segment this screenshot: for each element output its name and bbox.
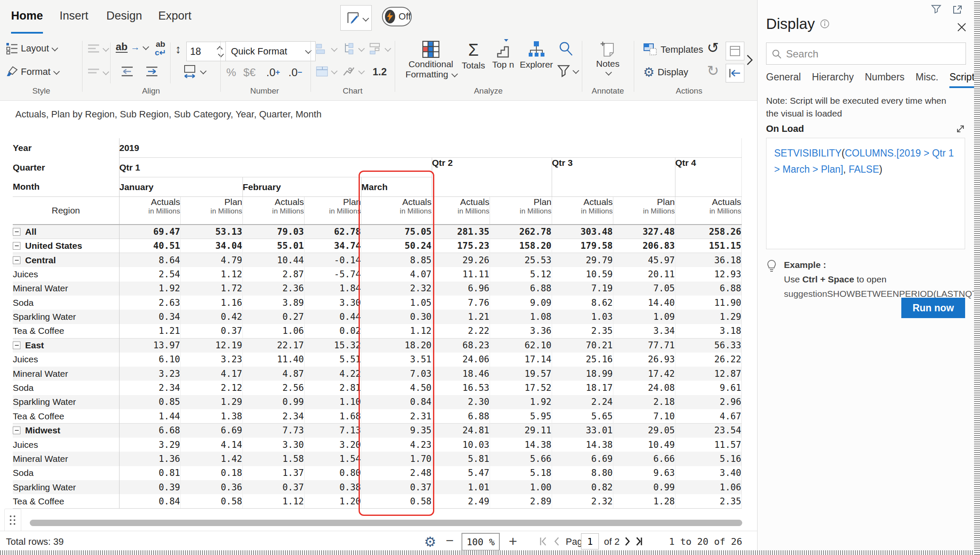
table-cell[interactable]: 158.20 xyxy=(490,239,552,253)
measure-header[interactable]: Actualsin Millions xyxy=(119,197,180,225)
table-cell[interactable]: 1.20 xyxy=(304,494,361,508)
measure-header[interactable]: Actualsin Millions xyxy=(675,197,741,225)
table-cell[interactable]: 8.85 xyxy=(361,253,432,267)
display-button[interactable]: ⚙ Display xyxy=(643,66,688,79)
measure-header[interactable]: Actualsin Millions xyxy=(432,197,490,225)
decrease-indent-button[interactable] xyxy=(120,66,134,77)
table-cell[interactable]: 6.88 xyxy=(675,282,741,296)
table-cell[interactable]: 10.44 xyxy=(242,253,304,267)
table-cell[interactable]: 16.53 xyxy=(432,381,490,395)
table-cell[interactable]: 3.23 xyxy=(180,353,242,367)
panel-tab-numbers[interactable]: Numbers xyxy=(865,71,904,88)
table-cell[interactable]: 262.78 xyxy=(490,225,552,239)
table-cell[interactable]: 17.42 xyxy=(613,367,675,381)
year-value[interactable]: 2019 xyxy=(119,138,741,158)
zoom-out-button[interactable]: − xyxy=(446,533,454,549)
row-label[interactable]: Sparkling Water xyxy=(13,310,119,324)
table-cell[interactable]: 19.57 xyxy=(490,367,552,381)
layout-chart-button[interactable] xyxy=(369,43,390,55)
table-cell[interactable]: 8.62 xyxy=(552,296,613,310)
table-cell[interactable]: 5.12 xyxy=(490,267,552,281)
table-cell[interactable]: 6.88 xyxy=(490,282,552,296)
table-cell[interactable]: 5.51 xyxy=(304,353,361,367)
table-cell[interactable]: 75.05 xyxy=(361,225,432,239)
table-cell[interactable]: 2.31 xyxy=(361,409,432,423)
table-cell[interactable]: 68.23 xyxy=(432,338,490,352)
zoom-level-box[interactable]: 100 % xyxy=(462,533,500,551)
table-cell[interactable]: 29.79 xyxy=(552,253,613,267)
table-cell[interactable]: 1.42 xyxy=(180,452,242,466)
decrease-decimal-button[interactable]: .0− xyxy=(288,66,302,79)
month-header[interactable]: February xyxy=(242,177,361,197)
table-cell[interactable]: 0.58 xyxy=(180,494,242,508)
table-cell[interactable]: 11.40 xyxy=(242,353,304,367)
table-cell[interactable]: 11.11 xyxy=(432,267,490,281)
open-editor-icon[interactable] xyxy=(956,124,965,134)
table-cell[interactable]: 34.04 xyxy=(180,239,242,253)
table-cell[interactable]: 5.95 xyxy=(490,409,552,423)
table-cell[interactable]: 0.39 xyxy=(119,480,180,494)
hierarchy-chart-button[interactable] xyxy=(343,43,363,55)
live-toggle-off[interactable]: Off xyxy=(382,7,412,26)
table-cell[interactable]: 1.10 xyxy=(304,395,361,409)
table-cell[interactable]: 1.01 xyxy=(432,480,490,494)
panel-search-input[interactable] xyxy=(785,43,961,65)
table-cell[interactable]: 0.44 xyxy=(304,310,361,324)
table-cell[interactable]: 3.20 xyxy=(304,438,361,452)
table-cell[interactable]: 5.16 xyxy=(675,452,741,466)
table-cell[interactable]: 6.88 xyxy=(432,409,490,423)
table-cell[interactable]: 3.30 xyxy=(304,296,361,310)
templates-button[interactable]: Templates xyxy=(643,43,703,57)
measure-header[interactable]: Actualsin Millions xyxy=(242,197,304,225)
table-cell[interactable]: 2.35 xyxy=(675,494,741,508)
table-cell[interactable]: 0.84 xyxy=(119,494,180,508)
quick-format-dropdown[interactable]: Quick Format xyxy=(225,41,316,61)
table-cell[interactable]: 29.26 xyxy=(432,253,490,267)
row-label[interactable]: Mineral Water xyxy=(13,367,119,381)
increase-decimal-button[interactable]: .0+ xyxy=(266,66,280,79)
row-label[interactable]: Tea & Coffee xyxy=(13,324,119,338)
table-cell[interactable]: 10.03 xyxy=(432,438,490,452)
table-cell[interactable]: 29.05 xyxy=(613,423,675,437)
table-cell[interactable]: -5.74 xyxy=(304,267,361,281)
table-cell[interactable]: 3.51 xyxy=(361,353,432,367)
table-cell[interactable]: 0.38 xyxy=(304,480,361,494)
table-cell[interactable]: 40.51 xyxy=(119,239,180,253)
script-code-editor[interactable]: SETVISIBILITY(COLUMNS.[2019 > Qtr 1 > Ma… xyxy=(766,138,965,249)
back-action-button[interactable] xyxy=(726,64,744,83)
table-cell[interactable]: 53.13 xyxy=(180,225,242,239)
align-vertical-button[interactable] xyxy=(87,67,108,78)
table-cell[interactable]: 0.42 xyxy=(180,310,242,324)
row-label[interactable]: Sparkling Water xyxy=(13,395,119,409)
panel-filter-icon[interactable] xyxy=(931,4,941,14)
table-cell[interactable]: 6.69 xyxy=(552,452,613,466)
table-cell[interactable]: 7.03 xyxy=(361,367,432,381)
table-cell[interactable]: 0.02 xyxy=(304,324,361,338)
table-cell[interactable]: 8.64 xyxy=(119,253,180,267)
row-label[interactable]: Tea & Coffee xyxy=(13,494,119,508)
edit-visual-button[interactable] xyxy=(340,5,372,31)
table-cell[interactable]: 1.58 xyxy=(242,452,304,466)
table-cell[interactable]: 281.35 xyxy=(432,225,490,239)
table-cell[interactable]: 9.63 xyxy=(613,466,675,480)
table-cell[interactable]: 7.10 xyxy=(613,409,675,423)
row-label[interactable]: Midwest xyxy=(13,423,119,437)
table-cell[interactable]: 6.68 xyxy=(119,423,180,437)
table-cell[interactable]: 2.48 xyxy=(361,466,432,480)
table-cell[interactable]: 2.18 xyxy=(613,395,675,409)
table-cell[interactable]: 2.30 xyxy=(432,395,490,409)
quarter-header[interactable]: Qtr 4 xyxy=(675,158,741,197)
table-cell[interactable]: 4.14 xyxy=(180,438,242,452)
table-cell[interactable]: 1.08 xyxy=(490,310,552,324)
table-cell[interactable]: 17.52 xyxy=(490,381,552,395)
row-label[interactable]: Juices xyxy=(13,353,119,367)
table-cell[interactable]: 4.22 xyxy=(304,367,361,381)
table-cell[interactable]: 1.05 xyxy=(361,296,432,310)
table-cell[interactable]: 175.23 xyxy=(432,239,490,253)
table-cell[interactable]: 0.80 xyxy=(304,466,361,480)
table-cell[interactable]: 1.92 xyxy=(490,395,552,409)
row-label[interactable]: East xyxy=(13,338,119,352)
table-cell[interactable]: 0.85 xyxy=(119,395,180,409)
table-cell[interactable]: 11.57 xyxy=(675,438,741,452)
wrap-text-button[interactable]: ab c↵ xyxy=(155,40,166,57)
